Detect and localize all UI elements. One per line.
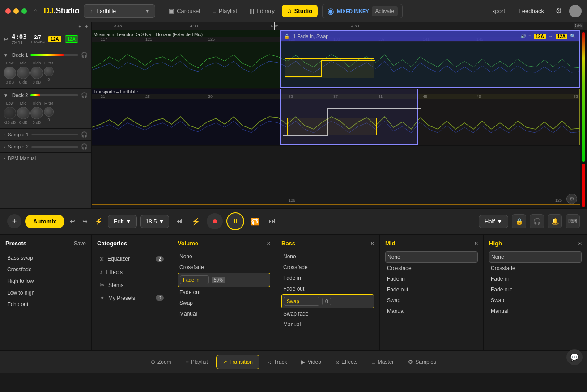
user-avatar[interactable] <box>569 5 582 17</box>
nav-studio[interactable]: ♫ Studio <box>282 5 318 17</box>
volume-manual[interactable]: Manual <box>178 308 270 319</box>
category-equalizer[interactable]: ⧖ Equalizer 2 <box>97 252 166 266</box>
nav-library[interactable]: ||| Library <box>244 5 280 17</box>
mid-manual[interactable]: Manual <box>385 306 478 316</box>
category-my-presets[interactable]: ✦ My Presets 0 <box>97 291 166 304</box>
chat-button[interactable]: 💬 <box>566 349 583 365</box>
edit-dropdown[interactable]: Edit ▼ <box>108 215 137 228</box>
deck1-expand-icon[interactable]: ▼ <box>4 53 8 58</box>
bass-manual[interactable]: Manual <box>281 319 374 330</box>
nav-zoom[interactable]: ⊕ Zoom <box>145 355 178 369</box>
automix-button[interactable]: Automix <box>25 215 64 228</box>
nav-video[interactable]: ▶ Video <box>295 355 327 369</box>
nav-track[interactable]: ♫ Track <box>261 355 294 369</box>
nav-carousel[interactable]: ▣ Carousel <box>163 5 205 17</box>
search-transition-icon[interactable]: 🔍 <box>570 34 575 39</box>
volume-s-badge[interactable]: S <box>267 241 270 246</box>
bass-fade-in[interactable]: Fade in <box>281 273 374 283</box>
feedback-button[interactable]: Feedback <box>514 5 549 17</box>
half-dropdown[interactable]: Half ▼ <box>479 215 508 228</box>
pause-button[interactable]: ⏸ <box>226 212 244 230</box>
export-button[interactable]: Export <box>484 5 510 17</box>
volume-swap[interactable]: Swap <box>178 298 270 308</box>
loop-button[interactable]: 🔁 <box>248 215 262 228</box>
mid-fade-in[interactable]: Fade in <box>385 274 478 284</box>
volume-fade-in-input[interactable] <box>180 275 209 284</box>
high-crossfade[interactable]: Crossfade <box>489 263 582 274</box>
volume-fade-out[interactable]: Fade out <box>178 287 270 298</box>
preset-low-to-high[interactable]: Low to high <box>5 287 86 299</box>
merge-button[interactable]: ⚡ <box>93 216 104 227</box>
keyboard-button[interactable]: ⌨ <box>566 214 580 228</box>
preset-crossfade[interactable]: Crossfade <box>5 264 86 275</box>
sample2-headphone-icon[interactable]: 🎧 <box>81 143 88 150</box>
high-none[interactable]: None <box>489 251 582 263</box>
deck1-volume-slider[interactable] <box>30 54 78 56</box>
settings-button[interactable]: ⚙ <box>553 4 565 18</box>
volume-none[interactable]: None <box>178 251 270 262</box>
skip-forward-button[interactable]: ⏭ <box>266 215 278 227</box>
fwd-icon[interactable]: ⏭ <box>85 24 89 29</box>
add-button[interactable]: + <box>7 214 21 228</box>
high-fade-in[interactable]: Fade in <box>489 274 582 284</box>
sample2-expand-icon[interactable]: › <box>4 144 5 149</box>
mid-swap[interactable]: Swap <box>385 295 478 306</box>
sample2-volume-slider[interactable] <box>31 146 78 148</box>
save-preset-button[interactable]: Save <box>74 240 86 247</box>
nav-playlist[interactable]: ≡ Playlist <box>207 5 242 17</box>
mid-s-badge[interactable]: S <box>475 241 478 246</box>
high-swap[interactable]: Swap <box>489 295 582 306</box>
nav-master[interactable]: □ Master <box>366 355 400 369</box>
bpm-expand-icon[interactable]: › <box>4 156 5 161</box>
mid-none[interactable]: None <box>385 251 478 263</box>
nav-playlist-bottom[interactable]: ≡ Playlist <box>179 355 214 369</box>
volume-crossfade[interactable]: Crossfade <box>178 262 270 273</box>
bass-none[interactable]: None <box>281 251 374 262</box>
sample1-expand-icon[interactable]: › <box>4 132 5 137</box>
back-track-icon[interactable]: ↩ <box>4 36 8 42</box>
skip-back-button[interactable]: ⏮ <box>173 215 185 227</box>
project-dropdown[interactable]: ♪ Earthlife ▼ <box>84 4 155 18</box>
preset-echo-out[interactable]: Echo out <box>5 299 86 310</box>
maximize-button[interactable] <box>21 8 27 14</box>
preset-high-to-low[interactable]: High to low <box>5 275 86 287</box>
preset-bass-swap[interactable]: Bass swap <box>5 252 86 264</box>
deck1-filter-knob[interactable] <box>44 67 54 76</box>
deck2-mid-knob[interactable] <box>17 107 30 119</box>
lock-button[interactable]: 🔒 <box>512 214 526 228</box>
speaker-icon[interactable]: 🔊 <box>520 34 526 39</box>
deck2-expand-icon[interactable]: ▼ <box>4 93 8 98</box>
bass-s-badge[interactable]: S <box>371 241 374 246</box>
record-button[interactable]: ⏺ <box>207 213 223 229</box>
headphones-button[interactable]: 🎧 <box>530 214 544 228</box>
bass-swap-fade[interactable]: Swap fade <box>281 308 374 319</box>
bass-swap-input[interactable] <box>284 297 319 306</box>
high-fade-out[interactable]: Fade out <box>489 284 582 295</box>
redo-button[interactable]: ↪ <box>81 216 89 227</box>
deck2-headphone-icon[interactable]: 🎧 <box>81 92 88 98</box>
sample1-headphone-icon[interactable]: 🎧 <box>81 131 88 138</box>
bass-fade-out[interactable]: Fade out <box>281 283 374 294</box>
home-button[interactable]: ⌂ <box>31 5 39 17</box>
bass-crossfade[interactable]: Crossfade <box>281 262 374 273</box>
bpm-settings-icon[interactable]: ⚙ <box>566 194 577 204</box>
volume-fade-in[interactable]: 50% <box>178 273 270 287</box>
cue-button[interactable]: ⚡ <box>189 215 203 228</box>
mid-crossfade[interactable]: Crossfade <box>385 263 478 274</box>
deck1-low-knob[interactable] <box>4 67 16 79</box>
minimize-button[interactable] <box>13 8 19 14</box>
nav-samples[interactable]: ⚙ Samples <box>402 355 442 369</box>
bell-button[interactable]: 🔔 <box>548 214 562 228</box>
close-button[interactable] <box>5 8 11 14</box>
deck2-low-knob[interactable] <box>4 107 16 119</box>
deck1-headphone-icon[interactable]: 🎧 <box>81 52 88 58</box>
activate-button[interactable]: Activate <box>372 6 398 16</box>
deck2-volume-slider[interactable] <box>30 94 78 96</box>
mid-fade-out[interactable]: Fade out <box>385 284 478 295</box>
deck2-high-knob[interactable] <box>30 107 43 119</box>
menu-icon[interactable]: ≡ <box>528 34 531 39</box>
deck1-mid-knob[interactable] <box>17 67 30 79</box>
undo-button[interactable]: ↩ <box>68 216 77 227</box>
deck2-filter-knob[interactable] <box>44 107 54 117</box>
nav-transition[interactable]: ↗ Transition <box>216 355 259 369</box>
